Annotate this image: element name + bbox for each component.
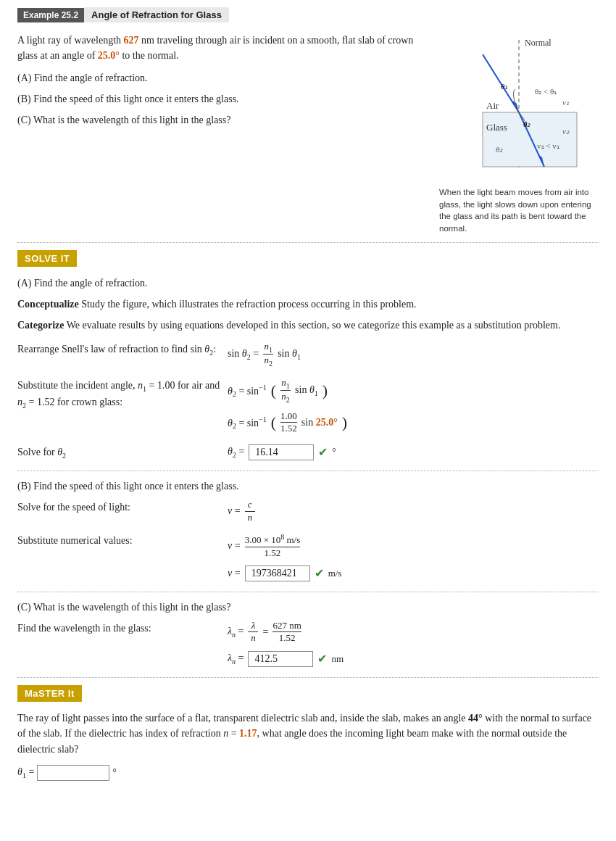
part-a-title: (A) Find the angle of refraction.: [17, 276, 599, 291]
part-c-question: (C) What is the wavelength of this light…: [17, 112, 425, 128]
wavelength-eq-row: Find the wavelength in the glass: λn = λ…: [17, 621, 599, 667]
speed-check-icon: ✔: [315, 566, 324, 580]
svg-text:Normal: Normal: [525, 38, 552, 48]
solution-part-b: (B) Find the speed of this light once it…: [17, 478, 599, 581]
snell-rearrange-eq: sin θ2 = n1 n2 sin θ1: [228, 341, 599, 368]
speed-sub-fraction: 3.00 × 108 m/s 1.52: [245, 533, 301, 558]
divider-4: [17, 677, 599, 678]
speed-ans-line: v = 197368421 ✔ m/s: [228, 566, 599, 581]
solve-theta2-line: θ2 = 16.14 ✔ °: [228, 444, 599, 460]
theta2-answer-box[interactable]: 16.14: [249, 444, 314, 460]
snell-rearrange-label: Rearrange Snell's law of refraction to f…: [17, 341, 220, 358]
solve-it-section: SOLVE IT (A) Find the angle of refractio…: [17, 250, 599, 667]
part-a-question: (A) Find the angle of refraction.: [17, 70, 425, 86]
conceptualize-block: Conceptualize Study the figure, which il…: [17, 297, 599, 312]
svg-text:v₂: v₂: [562, 127, 570, 136]
wavelength-unit: nm: [141, 35, 154, 46]
example-header: Example 25.2 Angle of Refraction for Gla…: [17, 7, 599, 22]
snell-fraction: n1 n2: [263, 341, 273, 368]
wavelength-label: Find the wavelength in the glass:: [17, 621, 220, 636]
master-n-value: 1.17: [239, 728, 257, 739]
speed-eq-content: v = c n: [228, 500, 599, 523]
page-container: Example 25.2 Angle of Refraction for Gla…: [0, 0, 616, 795]
divider-1: [17, 242, 599, 243]
svg-text:θ₁: θ₁: [501, 82, 507, 91]
wavelength-eq1-line: λn = λ n = 627 nm 1.52: [228, 621, 599, 644]
sub-fraction-numeric: 1.00 1.52: [280, 411, 297, 434]
solution-part-c: (C) What is the wavelength of this light…: [17, 600, 599, 667]
divider-2: [17, 471, 599, 471]
divider-3: [17, 592, 599, 592]
problem-intro: A light ray of wavelength 627 nm traveli…: [17, 33, 425, 63]
speed-sub-row: Substitute numerical values: v = 3.00 × …: [17, 533, 599, 581]
angle-value: 25.0°: [98, 50, 120, 61]
speed-sub-eq1-line: v = 3.00 × 108 m/s 1.52: [228, 533, 599, 558]
theta2-unit: °: [332, 447, 336, 458]
snell-eq-line: sin θ2 = n1 n2 sin θ1: [228, 341, 599, 368]
speed-sub-eq-content: v = 3.00 × 108 m/s 1.52 v = 197368421 ✔ …: [228, 533, 599, 581]
speed-label: Solve for the speed of light:: [17, 500, 220, 515]
master-it-section: MaSTER It The ray of light passes into t…: [17, 685, 599, 781]
wavelength-unit: nm: [331, 653, 344, 665]
example-badge: Example 25.2: [17, 8, 84, 22]
problem-text: A light ray of wavelength 627 nm traveli…: [17, 33, 425, 235]
svg-text:θ₂ < θ₁: θ₂ < θ₁: [535, 87, 557, 96]
speed-fraction: c n: [245, 500, 255, 523]
solve-theta2-label: Solve for θ2: [17, 444, 220, 461]
wavelength-eq-content: λn = λ n = 627 nm 1.52 λn = 412.: [228, 621, 599, 667]
speed-eq-line: v = c n: [228, 500, 599, 523]
categorize-label: Categorize: [17, 320, 64, 331]
substitute-eq-content: θ2 = sin−1 ( n1 n2 sin θ1 ) θ2 = sin−1 (: [228, 378, 599, 434]
speed-eq-row: Solve for the speed of light: v = c n: [17, 500, 599, 523]
speed-unit: m/s: [328, 568, 342, 579]
master-answer-input[interactable]: [37, 765, 109, 781]
wavelength-answer-box[interactable]: 412.5: [248, 651, 313, 667]
wavelength-value: 627: [124, 35, 139, 46]
speed-answer-box[interactable]: 197368421: [245, 566, 310, 581]
part-b-question: (B) Find the speed of this light once it…: [17, 91, 425, 107]
svg-text:θ₂: θ₂: [496, 145, 503, 154]
wavelength-ans-line: λn = 412.5 ✔ nm: [228, 651, 599, 667]
speed-sub-label: Substitute numerical values:: [17, 533, 220, 548]
svg-text:Glass: Glass: [486, 122, 507, 133]
svg-text:v₁: v₁: [562, 98, 569, 107]
solve-it-banner: SOLVE IT: [17, 250, 77, 267]
theta2-check-icon: ✔: [318, 445, 328, 459]
solve-theta2-row: Solve for θ2 θ2 = 16.14 ✔ °: [17, 444, 599, 461]
master-answer-row: θ1 = °: [17, 765, 599, 781]
master-answer-label: θ1 =: [17, 766, 34, 779]
wavelength-fraction-symbolic: λ n: [248, 621, 258, 644]
wavelength-check-icon: ✔: [317, 652, 327, 666]
svg-text:v₂ < v₁: v₂ < v₁: [537, 141, 559, 150]
solve-theta2-eq: θ2 = 16.14 ✔ °: [228, 444, 599, 460]
diagram-container: Air Glass Normal θ₁: [432, 33, 599, 235]
snell-rearrange-row: Rearrange Snell's law of refraction to f…: [17, 341, 599, 368]
part-b-title: (B) Find the speed of this light once it…: [17, 478, 599, 494]
sub-eq2-line: θ2 = sin−1 ( 1.00 1.52 sin 25.0° ): [228, 411, 599, 434]
diagram-caption: When the light beam moves from air into …: [439, 186, 591, 235]
part-c-title: (C) What is the wavelength of this light…: [17, 600, 599, 615]
diagram-svg: Air Glass Normal θ₁: [439, 33, 591, 181]
solution-part-a: (A) Find the angle of refraction. Concep…: [17, 276, 599, 461]
top-section: A light ray of wavelength 627 nm traveli…: [17, 33, 599, 235]
substitute-row: Substitute the incident angle, n1 = 1.00…: [17, 378, 599, 434]
master-it-banner: MaSTER It: [17, 685, 82, 702]
sub-eq1-line: θ2 = sin−1 ( n1 n2 sin θ1 ): [228, 378, 599, 404]
categorize-block: Categorize We evaluate results by using …: [17, 318, 599, 333]
svg-text:Air: Air: [486, 100, 499, 111]
svg-text:θ₂: θ₂: [523, 120, 530, 128]
conceptualize-label: Conceptualize: [17, 299, 79, 310]
wavelength-fraction-numeric: 627 nm 1.52: [272, 621, 301, 644]
substitute-label: Substitute the incident angle, n1 = 1.00…: [17, 378, 220, 411]
example-title: Angle of Refraction for Glass: [84, 7, 229, 22]
master-text: The ray of light passes into the surface…: [17, 710, 599, 758]
problem-parts: (A) Find the angle of refraction. (B) Fi…: [17, 70, 425, 128]
sub-fraction-symbolic: n1 n2: [280, 378, 291, 404]
master-degree-symbol: °: [112, 767, 117, 779]
